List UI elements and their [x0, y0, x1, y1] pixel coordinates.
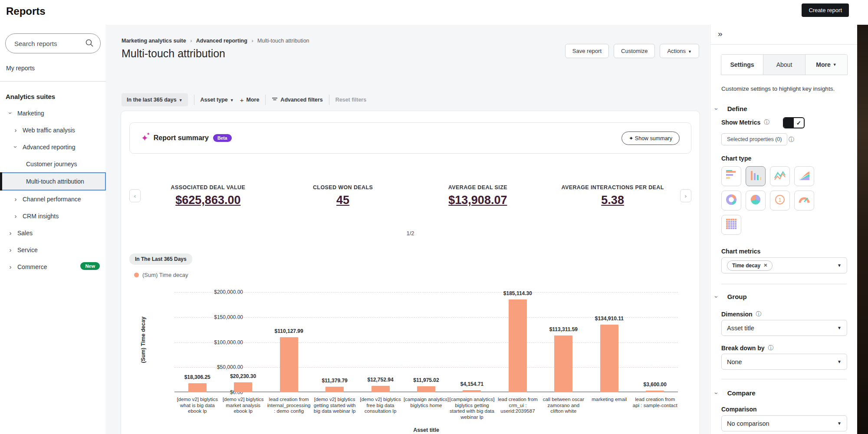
dimension-dropdown[interactable]: Asset title ▼: [721, 320, 847, 336]
chevron-right-icon[interactable]: ›: [13, 212, 18, 220]
bar[interactable]: [600, 325, 618, 392]
chevron-down-icon[interactable]: ›: [7, 111, 14, 116]
sidebar-item-commerce[interactable]: ›CommerceNew: [0, 258, 106, 275]
info-icon[interactable]: ⓘ: [764, 118, 769, 126]
kpi-carousel: ‹ ASSOCIATED DEAL VALUE $625,863.00 CLOS…: [129, 181, 691, 211]
caret-down-icon: ▼: [837, 326, 842, 330]
bar[interactable]: [554, 335, 572, 392]
asset-type-filter[interactable]: Asset type▼: [201, 97, 234, 103]
info-icon[interactable]: ⓘ: [789, 136, 794, 144]
date-range-filter[interactable]: In the last 365 days▼: [122, 93, 188, 106]
kpi-prev-button[interactable]: ‹: [129, 189, 141, 202]
metric-tag[interactable]: Time decay ✕: [727, 260, 773, 271]
chevron-right-icon[interactable]: ›: [8, 229, 13, 237]
sidebar-item-crm-insights[interactable]: ›CRM insights: [0, 207, 106, 224]
sidebar-item-multi-touch-attribution[interactable]: Multi-touch attribution: [0, 172, 106, 191]
customize-button[interactable]: Customize: [614, 44, 655, 58]
chart-type-table[interactable]: [721, 215, 741, 235]
page-heading: Reports: [6, 5, 46, 17]
report-title: Multi-touch attribution: [122, 47, 225, 60]
bar-value-label: $134,910.11: [595, 316, 624, 322]
remove-tag-icon[interactable]: ✕: [763, 263, 767, 268]
compare-section-header[interactable]: › Compare: [716, 389, 756, 397]
chart-type-area[interactable]: [794, 166, 814, 186]
sidebar-item-marketing[interactable]: ›Marketing: [0, 105, 106, 122]
x-tick-label: lead creation from crm_ui : userid:20395…: [495, 397, 540, 420]
bar[interactable]: [280, 337, 298, 392]
more-filters-button[interactable]: + More: [240, 96, 260, 104]
bar[interactable]: [234, 382, 252, 392]
selected-properties-button[interactable]: Selected properties (0): [721, 133, 787, 145]
chevron-right-icon[interactable]: ›: [13, 126, 18, 134]
x-tick-label: [campaign analytics] biglytics home: [403, 397, 449, 420]
breadcrumb-item-section[interactable]: Advanced reporting: [196, 38, 247, 44]
chevron-down-icon[interactable]: ›: [12, 145, 20, 150]
tab-about[interactable]: About: [763, 55, 806, 75]
group-section-header[interactable]: › Group: [716, 293, 747, 300]
kpi-value[interactable]: $625,863.00: [175, 194, 240, 207]
actions-dropdown-button[interactable]: Actions▼: [660, 44, 699, 58]
chevron-right-icon[interactable]: ›: [8, 263, 13, 270]
chart-type-pie[interactable]: [746, 191, 766, 210]
chart-type-line[interactable]: [770, 166, 790, 186]
right-edge-backdrop: [857, 0, 868, 434]
sidebar-item-advanced-reporting[interactable]: ›Advanced reporting: [0, 138, 106, 155]
line-chart-icon: [774, 170, 786, 182]
bar[interactable]: [417, 386, 435, 392]
chevron-right-icon[interactable]: ›: [13, 195, 18, 203]
define-section-header[interactable]: › Define: [716, 105, 747, 112]
tab-settings[interactable]: Settings: [721, 55, 763, 75]
chevron-right-icon[interactable]: ›: [8, 246, 13, 253]
area-chart-icon: [798, 170, 810, 183]
x-tick-label: [demo v2] biglytics market analysis eboo…: [220, 397, 266, 420]
chart-type-gauge[interactable]: [794, 191, 814, 210]
sidebar-item-customer-journeys[interactable]: Customer journeys: [0, 155, 106, 172]
bar-value-label: $18,306.25: [184, 374, 210, 380]
bar-slot: $113,311.59: [541, 292, 586, 392]
bar-value-label: $3,600.00: [644, 381, 667, 388]
advanced-filters-button[interactable]: Advanced filters: [272, 97, 322, 103]
filter-separator: [329, 95, 329, 105]
info-icon[interactable]: ⓘ: [756, 310, 762, 318]
kpi-value[interactable]: 5.38: [601, 194, 624, 207]
breadcrumb-item-suite[interactable]: Marketing analytics suite: [122, 38, 186, 44]
chart-type-vertical-bar[interactable]: [746, 166, 766, 186]
sidebar-item-service[interactable]: ›Service: [0, 241, 106, 258]
y-axis-title: (Sum) Time decay: [140, 307, 146, 372]
kpi-value[interactable]: 45: [336, 194, 349, 207]
chart-type-donut[interactable]: [721, 191, 741, 210]
tab-more[interactable]: More▼: [806, 55, 847, 75]
section-divider: [721, 284, 847, 284]
sidebar-item-channel-performance[interactable]: ›Channel performance: [0, 191, 106, 207]
bar[interactable]: [326, 387, 344, 392]
sidebar-item-web-traffic-analysis[interactable]: ›Web traffic analysis: [0, 122, 106, 138]
show-metrics-toggle[interactable]: ✓: [783, 117, 805, 128]
chart-type-horizontal-bar[interactable]: [721, 166, 741, 186]
sidebar-item-my-reports[interactable]: My reports: [6, 65, 106, 72]
sidebar-item-sales[interactable]: ›Sales: [0, 224, 106, 241]
panel-subtitle: Customize settings to highlight key insi…: [721, 85, 835, 92]
bar[interactable]: [463, 390, 481, 392]
show-summary-button[interactable]: ✦ Show summary: [621, 132, 680, 145]
comparison-dropdown[interactable]: No comparison ▼: [721, 415, 847, 431]
bar-slot: $4,154.71: [449, 292, 495, 392]
info-icon[interactable]: ⓘ: [768, 344, 774, 352]
kpi-next-button[interactable]: ›: [680, 189, 691, 202]
kpi-value[interactable]: $13,908.07: [448, 194, 507, 207]
bar[interactable]: [188, 383, 207, 392]
bar[interactable]: [646, 391, 664, 392]
single-value-chart-icon: 1: [774, 194, 786, 207]
x-tick-label: [demo v2] biglytics free big data consul…: [358, 397, 403, 420]
chart-metrics-dropdown[interactable]: Time decay ✕ ▼: [721, 257, 847, 273]
chart-type-single-value[interactable]: 1: [770, 191, 790, 210]
breakdown-dropdown[interactable]: None ▼: [721, 354, 847, 370]
chart-metrics-label: Chart metrics: [721, 248, 760, 255]
collapse-panel-icon[interactable]: »: [718, 29, 723, 39]
reset-filters-button[interactable]: Reset filters: [335, 97, 367, 103]
bar-slot: $3,600.00: [632, 292, 678, 392]
save-report-button[interactable]: Save report: [565, 44, 609, 58]
chart-legend[interactable]: (Sum) Time decay: [134, 272, 188, 278]
create-report-button[interactable]: Create report: [802, 3, 849, 17]
bar[interactable]: [372, 386, 390, 392]
bar[interactable]: [509, 299, 527, 392]
